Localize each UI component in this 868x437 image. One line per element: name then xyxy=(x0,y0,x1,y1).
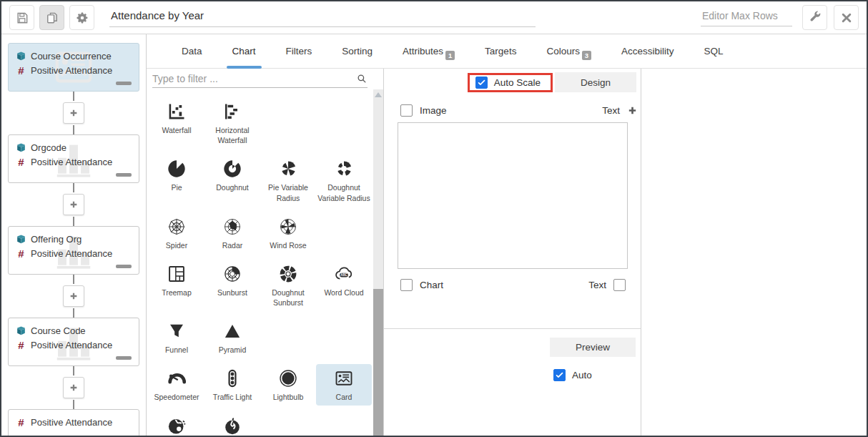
collapse-dash-button[interactable] xyxy=(116,265,132,268)
chart-type-lightbulb[interactable]: Lightbulb xyxy=(260,364,316,405)
chart-type-label: Card xyxy=(336,392,352,402)
flow-block-offering-org[interactable]: Offering Org#Positive Attendance xyxy=(8,226,139,275)
add-block-button[interactable] xyxy=(63,194,84,215)
copy-icon xyxy=(45,11,59,25)
heat-map-icon xyxy=(222,416,242,436)
chart-type-label: Pyramid xyxy=(219,345,247,355)
card-text-area[interactable] xyxy=(398,122,628,269)
tab-accessibility[interactable]: Accessibility xyxy=(606,34,689,68)
chart-filter-input[interactable] xyxy=(152,73,356,84)
tab-data[interactable]: Data xyxy=(167,34,217,68)
chart-type-spider[interactable]: Spider xyxy=(149,212,204,253)
dimension-label: Course Occurrence xyxy=(31,51,112,62)
plus-icon xyxy=(68,107,79,119)
add-block-button[interactable] xyxy=(63,377,84,398)
chart-grid-row: MapHeat Map xyxy=(149,412,373,436)
dimension-label: Orgcode xyxy=(31,142,66,153)
chart-type-speedometer[interactable]: Speedometer xyxy=(149,364,204,405)
add-text-button[interactable] xyxy=(627,105,638,116)
tab-attributes[interactable]: Attributes1 xyxy=(388,34,470,68)
flow-block-orgcode[interactable]: Orgcode#Positive Attendance xyxy=(8,134,139,183)
chart-type-map[interactable]: Map xyxy=(149,412,204,436)
text-checkbox[interactable] xyxy=(613,279,626,291)
chart-type-label: Wind Rose xyxy=(270,240,306,250)
scrollbar-thumb[interactable] xyxy=(373,289,383,436)
metric-row: #Positive Attendance xyxy=(16,415,132,429)
chart-type-doughnut-sunburst[interactable]: Doughnut Sunburst xyxy=(260,260,316,310)
flow-block-course-code[interactable]: Course Code#Positive Attendance xyxy=(8,318,139,366)
flow-block-course-occurrence[interactable]: Course Occurrence#Positive Attendance xyxy=(8,43,139,92)
text-toggle-label: Text xyxy=(588,280,606,290)
chart-type-label: Radar xyxy=(222,240,243,250)
settings-button[interactable] xyxy=(69,5,94,30)
chart-type-pie[interactable]: Pie xyxy=(149,154,204,205)
chart-type-funnel[interactable]: Funnel xyxy=(149,317,204,358)
wind-rose-icon xyxy=(278,217,298,237)
doughnut-sunburst-icon xyxy=(278,264,298,284)
design-button[interactable]: Design xyxy=(555,72,636,92)
add-block-button[interactable] xyxy=(63,102,84,124)
collapse-dash-button[interactable] xyxy=(116,82,132,85)
dimension-row: Offering Org xyxy=(16,232,132,246)
metric-label: Positive Attendance xyxy=(31,340,112,350)
chart-type-label: Lightbulb xyxy=(273,392,304,402)
chart-grid-row: PieDoughnutPie Variable RadiusDoughnut V… xyxy=(149,154,373,205)
tools-button[interactable] xyxy=(802,5,827,30)
scroll-up-button[interactable] xyxy=(373,89,383,100)
auto-checkbox[interactable] xyxy=(553,369,566,381)
flow-connector xyxy=(1,92,146,134)
chart-type-label: Pie xyxy=(171,182,182,192)
image-label: Image xyxy=(420,105,447,116)
flow-block-positive-attendance[interactable]: #Positive Attendance xyxy=(8,409,139,436)
tab-sql[interactable]: SQL xyxy=(689,34,738,68)
tab-targets[interactable]: Targets xyxy=(470,34,531,68)
tab-colours[interactable]: Colours3 xyxy=(531,34,606,68)
collapse-dash-button[interactable] xyxy=(116,356,132,360)
chart-type-card[interactable]: Card xyxy=(316,364,372,405)
chart-type-radar[interactable]: Radar xyxy=(204,212,260,253)
editor-max-rows-input[interactable] xyxy=(701,9,792,26)
chart-type-heat-map[interactable]: Heat Map xyxy=(204,412,260,436)
chart-type-waterfall[interactable]: Waterfall xyxy=(149,97,204,148)
chart-type-pyramid[interactable]: Pyramid xyxy=(204,317,260,358)
chart-type-label: Spider xyxy=(166,240,187,250)
chart-type-label: Doughnut xyxy=(216,182,249,192)
tab-filters[interactable]: Filters xyxy=(271,34,327,68)
dimension-label: Course Code xyxy=(31,325,86,336)
dimension-book-icon xyxy=(16,325,26,336)
chart-checkbox[interactable] xyxy=(400,279,413,291)
auto-scale-checkbox[interactable] xyxy=(475,77,488,89)
chart-type-pie-variable-radius[interactable]: Pie Variable Radius xyxy=(260,154,316,205)
add-block-button[interactable] xyxy=(63,285,84,307)
lightbulb-icon xyxy=(278,368,298,388)
preview-row: Preview xyxy=(384,338,636,357)
svg-text:ABC: ABC xyxy=(340,273,347,277)
speedometer-icon xyxy=(167,368,187,388)
image-checkbox[interactable] xyxy=(400,104,413,117)
radar-icon xyxy=(222,217,242,237)
report-title-input[interactable] xyxy=(109,8,536,27)
chart-type-doughnut-variable-radius[interactable]: Doughnut Variable Radius xyxy=(316,154,372,205)
chart-type-traffic-light[interactable]: Traffic Light xyxy=(204,364,260,405)
chart-type-word-cloud[interactable]: ABCWord Cloud xyxy=(316,260,372,310)
chart-editor-window: Course Occurrence#Positive AttendanceOrg… xyxy=(0,0,868,437)
chart-type-sunburst[interactable]: Sunburst xyxy=(204,260,260,310)
copy-button[interactable] xyxy=(39,5,64,30)
chart-list-scrollbar[interactable] xyxy=(373,89,383,436)
tab-sorting[interactable]: Sorting xyxy=(327,34,388,68)
horizontal-waterfall-icon xyxy=(222,102,242,122)
preview-button[interactable]: Preview xyxy=(550,338,636,357)
collapse-dash-button[interactable] xyxy=(116,173,132,177)
waterfall-icon xyxy=(167,102,187,122)
close-button[interactable] xyxy=(834,5,859,30)
chart-type-wind-rose[interactable]: Wind Rose xyxy=(260,212,316,253)
connector-line xyxy=(73,217,74,226)
save-button[interactable] xyxy=(9,5,34,30)
sunburst-icon xyxy=(222,264,242,284)
connector-line xyxy=(73,275,74,284)
connector-line xyxy=(73,308,74,318)
chart-type-doughnut[interactable]: Doughnut xyxy=(204,154,260,205)
chart-type-horizontal-waterfall[interactable]: Horizontal Waterfall xyxy=(204,97,260,148)
chart-type-treemap[interactable]: Treemap xyxy=(149,260,204,310)
tab-chart[interactable]: Chart xyxy=(217,34,271,68)
